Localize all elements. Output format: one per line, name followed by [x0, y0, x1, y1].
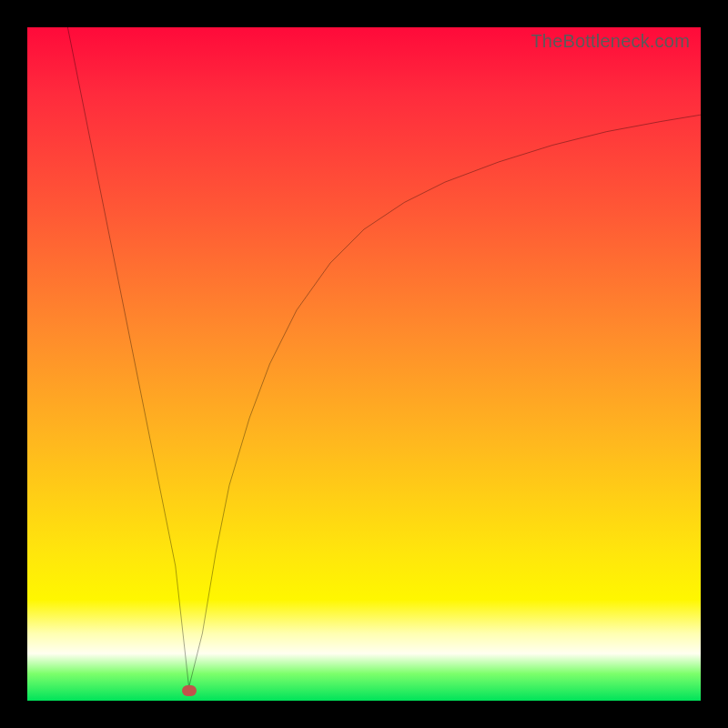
plot-area: TheBottleneck.com: [27, 27, 701, 701]
bottleneck-curve: [27, 27, 701, 701]
curve-right-branch: [189, 115, 701, 687]
curve-left-branch: [67, 27, 188, 687]
chart-frame: TheBottleneck.com: [0, 0, 728, 728]
